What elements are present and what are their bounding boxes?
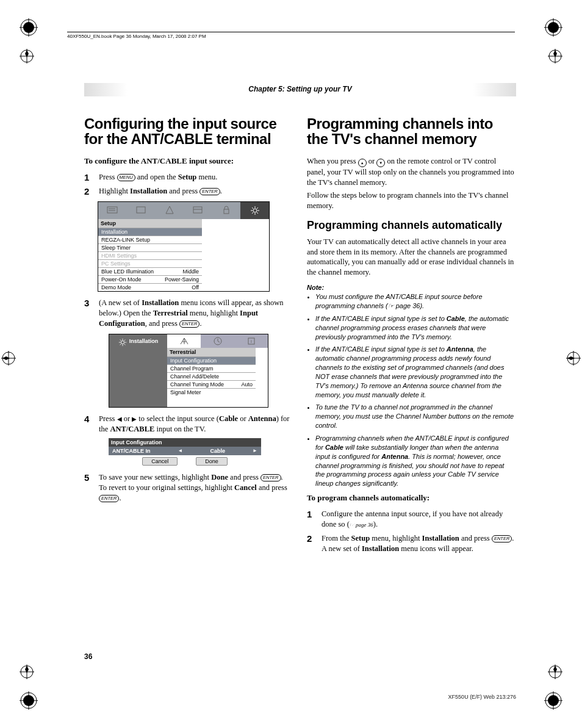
menu-title: Setup bbox=[98, 219, 202, 228]
step-number: 1 bbox=[84, 172, 93, 182]
regmark-icon bbox=[544, 691, 562, 710]
step-number: 1 bbox=[307, 509, 315, 530]
menu-row: Demo ModeOff bbox=[98, 283, 202, 291]
clock-icon bbox=[201, 334, 234, 348]
left-column: Configuring the input source for the ANT… bbox=[84, 116, 292, 558]
tab-icon bbox=[98, 206, 127, 216]
note-item: Programming channels when the ANT/CABLE … bbox=[315, 434, 515, 488]
crop-icon bbox=[566, 351, 581, 366]
menu-row: Installation bbox=[98, 228, 202, 236]
tab-icon bbox=[127, 206, 156, 216]
enter-button-icon: ENTER bbox=[99, 495, 119, 502]
menu-row: Signal Meter bbox=[167, 388, 256, 396]
menu-row: Channel Add/Delete bbox=[167, 372, 256, 380]
crop-icon bbox=[548, 665, 562, 679]
menu-row: HDMI Settings bbox=[98, 251, 202, 259]
svg-text:i: i bbox=[251, 339, 252, 344]
footer-text: XF550U (E/F) Web 213:276 bbox=[448, 694, 516, 700]
step-3: 3 (A new set of Installation menu icons … bbox=[84, 298, 292, 329]
step-text: From the Setup menu, highlight Installat… bbox=[322, 533, 515, 554]
info-icon: i bbox=[234, 334, 268, 348]
menu-right-panel: i Terrestrial Input ConfigurationChannel… bbox=[167, 334, 268, 407]
right-arrow-icon: ▶ bbox=[132, 416, 137, 422]
regmark-icon bbox=[20, 691, 38, 710]
row-label: ANT/CABLE In bbox=[112, 448, 151, 454]
mini-tab-bar: i bbox=[167, 334, 268, 348]
step-number: 5 bbox=[84, 472, 93, 503]
right-column: Programming channels into the TV's chann… bbox=[307, 116, 515, 558]
lock-icon bbox=[212, 206, 241, 216]
crop-header: 40XF550U_EN.book Page 36 Monday, March 1… bbox=[67, 32, 515, 39]
regmark-icon bbox=[20, 18, 38, 37]
note-item: If the ANT/CABLE input signal type is se… bbox=[315, 345, 515, 399]
menu-row: Blue LED IlluminationMiddle bbox=[98, 267, 202, 275]
svg-line-36 bbox=[257, 207, 258, 209]
menu-row: Channel Tuning ModeAuto bbox=[167, 380, 256, 388]
svg-point-29 bbox=[253, 209, 257, 212]
svg-line-45 bbox=[124, 340, 125, 341]
ch-down-icon: ▼ bbox=[376, 159, 385, 167]
menu-row: Power-On ModePower-Saving bbox=[98, 275, 202, 283]
svg-line-43 bbox=[120, 340, 121, 341]
svg-line-34 bbox=[252, 207, 253, 209]
paragraph: Your TV can automatically detect all act… bbox=[307, 237, 515, 278]
svg-point-38 bbox=[121, 341, 124, 344]
book-filename: 40XF550U_EN.book Page 36 Monday, March 1… bbox=[67, 34, 206, 39]
right-arrow-icon: ► bbox=[253, 448, 257, 453]
enter-button-icon: ENTER bbox=[260, 474, 281, 481]
installation-menu-figure: Installation i Terrestrial Input Configu… bbox=[109, 334, 268, 408]
enter-button-icon: ENTER bbox=[199, 188, 220, 195]
row-value: Cable bbox=[210, 448, 226, 454]
antenna-icon bbox=[167, 334, 201, 348]
crop-icon bbox=[20, 49, 34, 63]
menu-button-icon: MENU bbox=[117, 174, 135, 181]
note-item: You must configure the ANT/CABLE input s… bbox=[315, 292, 515, 311]
right-step-1: 1 Configure the antenna input source, if… bbox=[307, 509, 515, 530]
crop-icon bbox=[1, 351, 16, 366]
menu-row: Channel Program bbox=[167, 364, 256, 372]
section-heading: Programming channels into the TV's chann… bbox=[307, 116, 515, 146]
svg-rect-22 bbox=[107, 207, 117, 213]
tab-icon bbox=[155, 206, 184, 216]
input-row: ANT/CABLE In ◄ Cable ► bbox=[109, 447, 261, 455]
svg-line-44 bbox=[124, 344, 125, 345]
procedure-title: To configure the ANT/CABLE input source: bbox=[84, 156, 292, 166]
page: 40XF550U_EN.book Page 36 Monday, March 1… bbox=[0, 0, 582, 728]
done-button: Done bbox=[196, 457, 228, 466]
step-2: 2 Highlight Installation and press ENTER… bbox=[84, 186, 292, 196]
gear-icon bbox=[118, 338, 127, 347]
svg-line-46 bbox=[120, 344, 121, 345]
input-config-figure: Input Configuration ANT/CABLE In ◄ Cable… bbox=[109, 438, 261, 467]
step-text: (A new set of Installation menu icons wi… bbox=[99, 298, 292, 329]
step-text: Configure the antenna input source, if y… bbox=[322, 509, 515, 530]
step-5: 5 To save your new settings, highlight D… bbox=[84, 472, 292, 503]
svg-line-37 bbox=[252, 212, 253, 214]
subsection-heading: Programming channels automatically bbox=[307, 220, 515, 232]
regmark-icon bbox=[544, 18, 562, 37]
enter-button-icon: ENTER bbox=[179, 320, 199, 328]
svg-line-35 bbox=[257, 212, 258, 214]
step-text: Press ◀ or ▶ to select the input source … bbox=[99, 414, 292, 434]
svg-rect-28 bbox=[224, 209, 229, 214]
procedure-title: To program channels automatically: bbox=[307, 493, 515, 503]
menu-title: Terrestrial bbox=[167, 348, 256, 356]
note-heading: Note: bbox=[307, 284, 515, 291]
menu-row: Input Configuration bbox=[167, 356, 256, 364]
step-1: 1 Press MENU and open the Setup menu. bbox=[84, 172, 292, 182]
crop-icon bbox=[548, 49, 562, 63]
paragraph: Follow the steps below to program channe… bbox=[307, 190, 515, 211]
step-text: To save your new settings, highlight Don… bbox=[99, 472, 292, 503]
tab-icon bbox=[184, 206, 212, 216]
crop-icon bbox=[20, 665, 34, 679]
step-number: 2 bbox=[84, 186, 93, 196]
menu-row: Sleep Timer bbox=[98, 243, 202, 251]
left-arrow-icon: ◄ bbox=[178, 448, 183, 453]
menu-side-label: Installation bbox=[109, 334, 167, 407]
ch-up-icon: ▲ bbox=[358, 159, 367, 167]
right-step-2: 2 From the Setup menu, highlight Install… bbox=[307, 533, 515, 554]
gear-icon bbox=[240, 202, 269, 219]
note-item: To tune the TV to a channel not programm… bbox=[315, 403, 515, 430]
left-arrow-icon: ◀ bbox=[117, 416, 122, 422]
step-number: 3 bbox=[84, 298, 93, 329]
svg-rect-25 bbox=[137, 207, 145, 213]
